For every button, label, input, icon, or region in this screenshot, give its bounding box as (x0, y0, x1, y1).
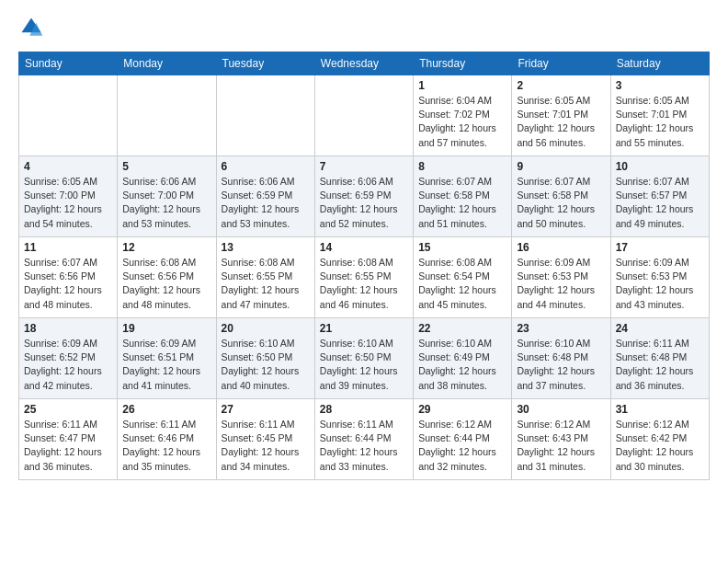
calendar-cell: 24Sunrise: 6:11 AMSunset: 6:48 PMDayligh… (610, 318, 709, 399)
day-number: 6 (222, 160, 310, 173)
day-number: 10 (616, 160, 704, 173)
calendar-cell: 5Sunrise: 6:06 AMSunset: 7:00 PMDaylight… (118, 156, 216, 237)
col-header-tuesday: Tuesday (216, 52, 314, 75)
day-number: 11 (24, 241, 112, 254)
calendar-cell: 20Sunrise: 6:10 AMSunset: 6:50 PMDayligh… (216, 318, 314, 399)
col-header-sunday: Sunday (19, 52, 118, 75)
day-number: 17 (616, 241, 704, 254)
day-number: 19 (122, 322, 210, 335)
day-info: Sunrise: 6:08 AMSunset: 6:54 PMDaylight:… (418, 256, 506, 312)
day-number: 13 (222, 241, 310, 254)
day-info: Sunrise: 6:11 AMSunset: 6:48 PMDaylight:… (616, 337, 704, 393)
calendar-cell: 10Sunrise: 6:07 AMSunset: 6:57 PMDayligh… (610, 156, 709, 237)
day-number: 12 (122, 241, 210, 254)
day-number: 30 (517, 403, 605, 416)
calendar-cell: 16Sunrise: 6:09 AMSunset: 6:53 PMDayligh… (512, 237, 610, 318)
calendar-cell: 6Sunrise: 6:06 AMSunset: 6:59 PMDaylight… (216, 156, 314, 237)
logo-icon (18, 15, 44, 40)
col-header-saturday: Saturday (610, 52, 709, 75)
calendar-cell: 18Sunrise: 6:09 AMSunset: 6:52 PMDayligh… (19, 318, 118, 399)
day-number: 20 (222, 322, 310, 335)
day-number: 27 (222, 403, 310, 416)
calendar-cell (314, 75, 413, 156)
day-number: 7 (320, 160, 408, 173)
header (18, 15, 710, 40)
calendar-cell: 22Sunrise: 6:10 AMSunset: 6:49 PMDayligh… (414, 318, 512, 399)
calendar-cell: 29Sunrise: 6:12 AMSunset: 6:44 PMDayligh… (414, 399, 512, 480)
calendar-cell: 2Sunrise: 6:05 AMSunset: 7:01 PMDaylight… (512, 75, 610, 156)
day-info: Sunrise: 6:08 AMSunset: 6:55 PMDaylight:… (222, 256, 310, 312)
day-number: 22 (418, 322, 506, 335)
calendar-body: 1Sunrise: 6:04 AMSunset: 7:02 PMDaylight… (19, 75, 710, 480)
day-number: 16 (517, 241, 605, 254)
day-number: 24 (616, 322, 704, 335)
col-header-thursday: Thursday (414, 52, 512, 75)
day-number: 4 (24, 160, 112, 173)
calendar-cell: 25Sunrise: 6:11 AMSunset: 6:47 PMDayligh… (19, 399, 118, 480)
calendar-cell: 27Sunrise: 6:11 AMSunset: 6:45 PMDayligh… (216, 399, 314, 480)
calendar-cell: 13Sunrise: 6:08 AMSunset: 6:55 PMDayligh… (216, 237, 314, 318)
day-info: Sunrise: 6:10 AMSunset: 6:50 PMDaylight:… (222, 337, 310, 393)
day-info: Sunrise: 6:08 AMSunset: 6:55 PMDaylight:… (320, 256, 408, 312)
calendar-cell: 12Sunrise: 6:08 AMSunset: 6:56 PMDayligh… (118, 237, 216, 318)
day-info: Sunrise: 6:05 AMSunset: 7:01 PMDaylight:… (517, 94, 605, 150)
page: SundayMondayTuesdayWednesdayThursdayFrid… (0, 0, 728, 495)
calendar-cell: 1Sunrise: 6:04 AMSunset: 7:02 PMDaylight… (414, 75, 512, 156)
day-info: Sunrise: 6:05 AMSunset: 7:01 PMDaylight:… (616, 94, 704, 150)
day-info: Sunrise: 6:10 AMSunset: 6:48 PMDaylight:… (517, 337, 605, 393)
day-number: 14 (320, 241, 408, 254)
day-number: 15 (418, 241, 506, 254)
day-info: Sunrise: 6:12 AMSunset: 6:43 PMDaylight:… (517, 418, 605, 474)
col-header-wednesday: Wednesday (314, 52, 413, 75)
calendar-cell: 14Sunrise: 6:08 AMSunset: 6:55 PMDayligh… (314, 237, 413, 318)
day-info: Sunrise: 6:06 AMSunset: 6:59 PMDaylight:… (320, 175, 408, 231)
calendar-header: SundayMondayTuesdayWednesdayThursdayFrid… (19, 52, 710, 75)
calendar-cell: 31Sunrise: 6:12 AMSunset: 6:42 PMDayligh… (610, 399, 709, 480)
day-number: 25 (24, 403, 112, 416)
calendar-week-4: 18Sunrise: 6:09 AMSunset: 6:52 PMDayligh… (19, 318, 710, 399)
day-number: 21 (320, 322, 408, 335)
day-number: 29 (418, 403, 506, 416)
calendar-cell: 9Sunrise: 6:07 AMSunset: 6:58 PMDaylight… (512, 156, 610, 237)
calendar-cell: 21Sunrise: 6:10 AMSunset: 6:50 PMDayligh… (314, 318, 413, 399)
day-info: Sunrise: 6:11 AMSunset: 6:44 PMDaylight:… (320, 418, 408, 474)
day-info: Sunrise: 6:09 AMSunset: 6:51 PMDaylight:… (122, 337, 210, 393)
col-header-friday: Friday (512, 52, 610, 75)
calendar-table: SundayMondayTuesdayWednesdayThursdayFrid… (18, 52, 710, 480)
day-number: 9 (517, 160, 605, 173)
day-info: Sunrise: 6:07 AMSunset: 6:57 PMDaylight:… (616, 175, 704, 231)
day-info: Sunrise: 6:09 AMSunset: 6:53 PMDaylight:… (517, 256, 605, 312)
day-number: 26 (122, 403, 210, 416)
day-info: Sunrise: 6:11 AMSunset: 6:46 PMDaylight:… (122, 418, 210, 474)
day-info: Sunrise: 6:09 AMSunset: 6:53 PMDaylight:… (616, 256, 704, 312)
calendar-cell: 23Sunrise: 6:10 AMSunset: 6:48 PMDayligh… (512, 318, 610, 399)
day-info: Sunrise: 6:10 AMSunset: 6:49 PMDaylight:… (418, 337, 506, 393)
day-info: Sunrise: 6:11 AMSunset: 6:45 PMDaylight:… (222, 418, 310, 474)
day-info: Sunrise: 6:12 AMSunset: 6:44 PMDaylight:… (418, 418, 506, 474)
calendar-cell (118, 75, 216, 156)
calendar-cell: 8Sunrise: 6:07 AMSunset: 6:58 PMDaylight… (414, 156, 512, 237)
day-number: 18 (24, 322, 112, 335)
calendar-cell (19, 75, 118, 156)
day-info: Sunrise: 6:08 AMSunset: 6:56 PMDaylight:… (122, 256, 210, 312)
day-info: Sunrise: 6:07 AMSunset: 6:56 PMDaylight:… (24, 256, 112, 312)
calendar-cell: 15Sunrise: 6:08 AMSunset: 6:54 PMDayligh… (414, 237, 512, 318)
day-number: 3 (616, 79, 704, 92)
calendar-cell: 7Sunrise: 6:06 AMSunset: 6:59 PMDaylight… (314, 156, 413, 237)
day-info: Sunrise: 6:07 AMSunset: 6:58 PMDaylight:… (517, 175, 605, 231)
day-number: 23 (517, 322, 605, 335)
day-info: Sunrise: 6:06 AMSunset: 6:59 PMDaylight:… (222, 175, 310, 231)
day-number: 5 (122, 160, 210, 173)
calendar-cell: 28Sunrise: 6:11 AMSunset: 6:44 PMDayligh… (314, 399, 413, 480)
logo (18, 15, 48, 40)
calendar-cell: 4Sunrise: 6:05 AMSunset: 7:00 PMDaylight… (19, 156, 118, 237)
calendar-week-1: 1Sunrise: 6:04 AMSunset: 7:02 PMDaylight… (19, 75, 710, 156)
calendar-week-3: 11Sunrise: 6:07 AMSunset: 6:56 PMDayligh… (19, 237, 710, 318)
day-number: 28 (320, 403, 408, 416)
day-info: Sunrise: 6:10 AMSunset: 6:50 PMDaylight:… (320, 337, 408, 393)
calendar-week-5: 25Sunrise: 6:11 AMSunset: 6:47 PMDayligh… (19, 399, 710, 480)
calendar-cell: 19Sunrise: 6:09 AMSunset: 6:51 PMDayligh… (118, 318, 216, 399)
day-number: 1 (418, 79, 506, 92)
calendar-cell: 17Sunrise: 6:09 AMSunset: 6:53 PMDayligh… (610, 237, 709, 318)
day-info: Sunrise: 6:05 AMSunset: 7:00 PMDaylight:… (24, 175, 112, 231)
